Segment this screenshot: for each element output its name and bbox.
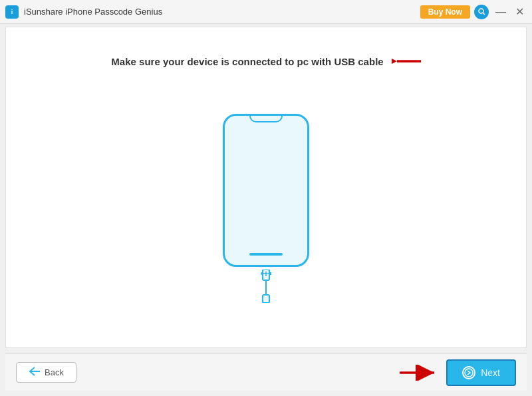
svg-point-17 <box>465 369 473 377</box>
svg-point-2 <box>479 9 483 13</box>
close-button[interactable]: ✕ <box>513 7 527 17</box>
next-circle-icon <box>462 366 475 379</box>
title-bar: i iSunshare iPhone Passcode Genius Buy N… <box>0 0 532 24</box>
next-arrow-indicator <box>76 365 440 381</box>
phone-home-bar <box>249 253 283 256</box>
app-icon: i <box>5 5 19 19</box>
instruction-text: Make sure your device is connected to pc… <box>111 56 383 67</box>
next-button[interactable]: Next <box>446 359 516 386</box>
app-title: iSunshare iPhone Passcode Genius <box>24 7 420 17</box>
svg-rect-10 <box>269 272 271 275</box>
buy-now-button[interactable]: Buy Now <box>420 5 470 19</box>
phone-notch <box>249 116 283 122</box>
search-button[interactable] <box>474 5 489 19</box>
phone-illustration <box>223 82 309 334</box>
main-content: Make sure your device is connected to pc… <box>5 27 527 348</box>
usb-connector-icon <box>255 270 277 303</box>
svg-text:i: i <box>11 9 13 15</box>
back-label: Back <box>45 367 64 377</box>
left-arrow-icon <box>392 54 421 69</box>
phone-outline <box>223 114 309 267</box>
window-controls: Buy Now — ✕ <box>420 5 527 19</box>
back-button[interactable]: Back <box>16 362 76 383</box>
minimize-button[interactable]: — <box>493 7 509 17</box>
svg-point-9 <box>261 272 263 275</box>
instruction-row: Make sure your device is connected to pc… <box>111 54 420 69</box>
svg-rect-12 <box>263 295 269 303</box>
bottom-bar: Back Next <box>5 353 527 391</box>
back-arrow-icon <box>29 367 41 378</box>
svg-line-3 <box>483 13 485 15</box>
next-label: Next <box>481 367 500 378</box>
